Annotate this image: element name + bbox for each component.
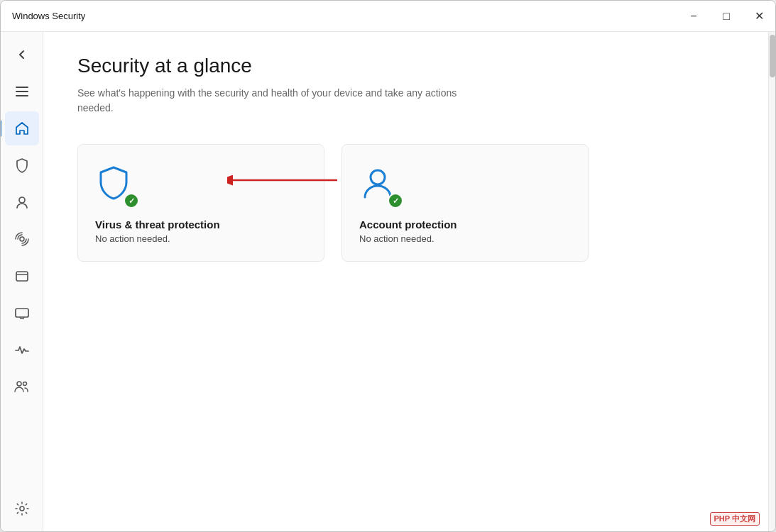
account-protection-status: No action needed. [359,233,571,244]
svg-point-6 [20,506,24,511]
family-icon [14,379,30,394]
account-protection-check-badge [388,193,403,209]
browser-icon [14,268,30,284]
svg-point-5 [23,382,26,386]
firewall-icon [14,231,30,247]
page-subtitle: See what's happening with the security a… [77,86,475,116]
main-window: Windows Security − □ ✕ [0,0,776,532]
virus-threat-status: No action needed. [95,233,307,244]
virus-threat-title: Virus & threat protection [95,218,307,231]
card-virus-threat[interactable]: Virus & threat protection No action need… [77,144,324,262]
svg-rect-2 [16,272,28,281]
hamburger-icon [14,84,30,99]
settings-icon [14,501,30,516]
sidebar-item-app-browser[interactable] [5,259,39,293]
account-protection-icon-wrap [359,165,402,207]
close-button[interactable]: ✕ [743,1,775,32]
sidebar-item-home[interactable] [5,111,39,145]
maximize-button[interactable]: □ [710,1,743,32]
person-nav-icon [14,194,30,210]
svg-point-4 [17,382,21,386]
sidebar-item-virus-protection[interactable] [5,148,39,182]
svg-point-0 [19,197,25,203]
account-protection-title: Account protection [359,218,571,231]
scrollbar-thumb [770,35,775,77]
device-icon [14,305,30,321]
titlebar: Windows Security − □ ✕ [1,1,775,32]
hamburger-menu-button[interactable] [5,74,39,109]
svg-point-1 [20,237,24,241]
back-button[interactable] [5,38,39,72]
sidebar-item-account-protection[interactable] [5,185,39,219]
health-icon [14,342,30,358]
svg-point-9 [371,170,385,184]
main-content: Security at a glance See what's happenin… [43,32,768,531]
right-scrollbar[interactable] [768,32,775,531]
window-controls: − □ ✕ [677,1,775,31]
svg-rect-3 [16,309,28,317]
shield-nav-icon [14,157,30,173]
virus-threat-icon-wrap [95,165,138,207]
watermark: PHP 中文网 [710,512,760,526]
sidebar-item-settings[interactable] [5,492,39,526]
minimize-button[interactable]: − [677,1,710,32]
home-icon [14,121,30,136]
sidebar-item-device-performance[interactable] [5,333,39,367]
sidebar-item-firewall[interactable] [5,222,39,256]
cards-grid: Virus & threat protection No action need… [77,144,589,262]
card-account-protection[interactable]: Account protection No action needed. [341,144,589,262]
back-icon [14,47,30,62]
page-title: Security at a glance [77,55,734,77]
sidebar [1,32,43,531]
app-body: Security at a glance See what's happenin… [1,32,775,531]
sidebar-item-family-options[interactable] [5,370,39,404]
sidebar-item-device-security[interactable] [5,296,39,330]
virus-threat-check-badge [124,193,139,209]
annotation-arrow [227,170,341,190]
app-title: Windows Security [12,11,85,21]
